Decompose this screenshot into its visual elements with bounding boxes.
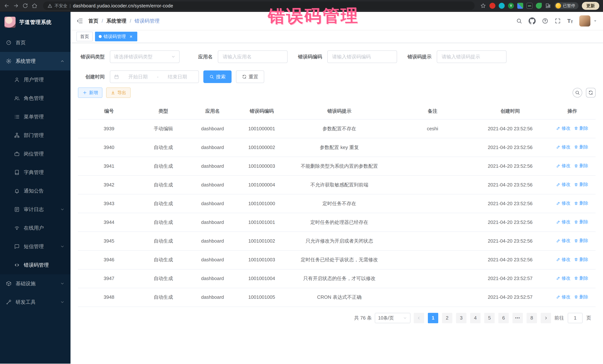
cell-remark xyxy=(394,176,471,194)
fullscreen-icon[interactable] xyxy=(555,18,561,24)
refresh-table-icon[interactable] xyxy=(586,88,596,98)
page-button-8[interactable]: 8 xyxy=(527,313,537,323)
extension-icon-green[interactable]: V xyxy=(508,3,514,9)
sidebar-item-infrastructure[interactable]: 基础设施 xyxy=(0,274,70,293)
search-button[interactable]: 搜索 xyxy=(203,70,232,83)
prev-page-button[interactable] xyxy=(414,313,424,323)
next-page-button[interactable] xyxy=(541,313,551,323)
cell-hint: 不能删除类型为系统内置的参数配置 xyxy=(285,157,394,176)
delete-link[interactable]: 删除 xyxy=(574,219,588,225)
sidebar-item-dict-management[interactable]: 字典管理 xyxy=(0,163,70,182)
sidebar-item-dept-management[interactable]: 部门管理 xyxy=(0,126,70,144)
delete-link[interactable]: 删除 xyxy=(574,200,588,207)
sidebar-item-post-management[interactable]: 岗位管理 xyxy=(0,144,70,163)
page-size-select[interactable]: 10条/页 xyxy=(375,313,410,323)
edit-link[interactable]: 修改 xyxy=(556,200,570,207)
cell-hint: 参数配置 key 重复 xyxy=(285,138,394,157)
sidebar-item-home[interactable]: 首页 xyxy=(0,33,70,52)
collapse-sidebar-icon[interactable] xyxy=(76,18,83,24)
cell-time: 2021-04-20 23:52:56 xyxy=(471,119,549,138)
app-logo[interactable]: 芋道管理系统 xyxy=(0,12,70,33)
browser-forward-icon[interactable] xyxy=(13,3,19,9)
delete-link[interactable]: 删除 xyxy=(574,275,588,282)
delete-link[interactable]: 删除 xyxy=(574,163,588,169)
page-button-2[interactable]: 2 xyxy=(442,313,452,323)
edit-link[interactable]: 修改 xyxy=(556,237,570,244)
help-icon[interactable] xyxy=(542,18,548,24)
browser-reload-icon[interactable] xyxy=(22,3,28,9)
message-icon xyxy=(14,244,20,249)
user-avatar[interactable] xyxy=(579,15,590,26)
create-time-range-picker[interactable]: 开始日期 - 结束日期 xyxy=(110,70,199,83)
page-button-1[interactable]: 1 xyxy=(428,313,438,323)
view-tab[interactable]: 错误码管理× xyxy=(95,32,137,41)
profile-paused-badge[interactable]: 已暂停 xyxy=(554,2,579,9)
delete-link[interactable]: 删除 xyxy=(574,125,588,132)
delete-label: 删除 xyxy=(579,181,588,188)
breadcrumb-item[interactable]: 系统管理 xyxy=(106,18,127,24)
browser-back-icon[interactable] xyxy=(4,3,10,9)
extension-icon-teal[interactable] xyxy=(499,3,505,9)
close-icon[interactable]: × xyxy=(128,34,134,39)
edit-link[interactable]: 修改 xyxy=(556,275,570,282)
edit-link[interactable]: 修改 xyxy=(556,181,570,188)
delete-link[interactable]: 删除 xyxy=(574,294,588,300)
delete-link[interactable]: 删除 xyxy=(574,256,588,263)
extension-icon-on[interactable]: on xyxy=(527,3,533,9)
chevron-left-icon xyxy=(417,316,421,320)
sidebar-item-sms-management[interactable]: 短信管理 xyxy=(0,237,70,256)
delete-link[interactable]: 删除 xyxy=(574,144,588,150)
page-button-4[interactable]: 4 xyxy=(470,313,481,323)
chevron-down-icon xyxy=(403,316,407,320)
sidebar-item-system-management[interactable]: 系统管理 xyxy=(0,52,70,70)
more-pages-button[interactable]: ••• xyxy=(512,313,523,323)
export-button[interactable]: 导出 xyxy=(106,88,131,98)
address-bar[interactable]: 不安全 | dashboard.yudao.iocoder.cn/system/… xyxy=(43,1,475,10)
view-tab[interactable]: 首页 xyxy=(76,32,93,41)
github-icon[interactable] xyxy=(529,17,536,24)
goto-page-input[interactable] xyxy=(568,313,583,323)
font-size-icon[interactable]: TT xyxy=(567,18,573,24)
add-button[interactable]: 新增 xyxy=(78,88,103,98)
sidebar-item-dev-tools[interactable]: 研发工具 xyxy=(0,293,70,311)
extension-icon-red[interactable] xyxy=(489,3,495,9)
error-code-input[interactable] xyxy=(327,50,397,63)
sidebar-item-user-management[interactable]: 用户管理 xyxy=(0,70,70,89)
browser-home-icon[interactable] xyxy=(32,3,37,9)
search-icon[interactable] xyxy=(516,18,522,24)
extension-icon-grid[interactable] xyxy=(517,3,523,9)
extensions-puzzle-icon[interactable] xyxy=(545,3,551,9)
page-button-5[interactable]: 5 xyxy=(484,313,495,323)
error-hint-input[interactable] xyxy=(437,50,507,63)
filter-label-type: 错误码类型 xyxy=(78,54,105,60)
edit-link[interactable]: 修改 xyxy=(556,125,570,132)
sidebar-item-audit-log[interactable]: 审计日志 xyxy=(0,200,70,219)
delete-link[interactable]: 删除 xyxy=(574,181,588,188)
page-button-3[interactable]: 3 xyxy=(456,313,466,323)
sidebar-item-menu-management[interactable]: 菜单管理 xyxy=(0,108,70,126)
edit-link[interactable]: 修改 xyxy=(556,144,570,150)
edit-link[interactable]: 修改 xyxy=(556,163,570,169)
breadcrumb-item[interactable]: 首页 xyxy=(88,18,98,24)
sidebar-item-online-users[interactable]: 在线用户 xyxy=(0,219,70,237)
browser-update-button[interactable]: 更新 xyxy=(582,2,599,10)
caret-down-icon[interactable] xyxy=(593,19,597,23)
sidebar-item-error-code-management[interactable]: 错误码管理 xyxy=(0,256,70,274)
cell-app: dashboard xyxy=(187,213,238,232)
edit-link[interactable]: 修改 xyxy=(556,219,570,225)
cell-code-text: 1001001003 xyxy=(248,257,275,263)
sidebar-item-role-management[interactable]: 角色管理 xyxy=(0,89,70,108)
delete-link[interactable]: 删除 xyxy=(574,237,588,244)
extension-icon-leaf[interactable] xyxy=(536,3,542,9)
cell-time: 2021-04-20 23:52:56 xyxy=(471,194,549,213)
sidebar-item-notice[interactable]: 通知公告 xyxy=(0,182,70,200)
app-name-input[interactable] xyxy=(218,50,288,63)
error-type-select[interactable]: 请选择错误码类型 xyxy=(110,50,180,63)
reset-button[interactable]: 重置 xyxy=(236,70,264,83)
bookmark-star-icon[interactable] xyxy=(480,3,486,9)
edit-link[interactable]: 修改 xyxy=(556,294,570,300)
edit-link[interactable]: 修改 xyxy=(556,256,570,263)
toggle-search-icon[interactable] xyxy=(573,88,582,98)
page-button-6[interactable]: 6 xyxy=(498,313,509,323)
edit-icon xyxy=(556,183,560,187)
